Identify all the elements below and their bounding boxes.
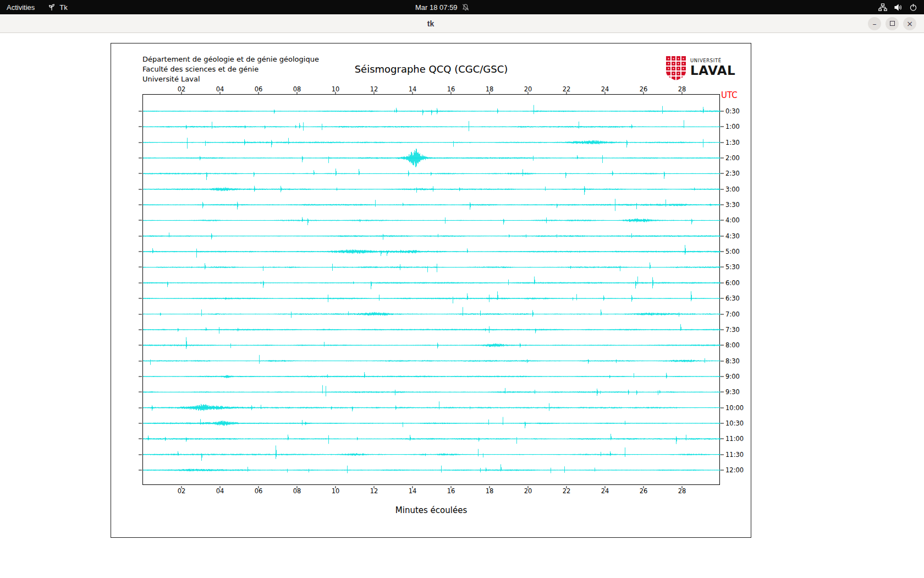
time-label: 0:30 xyxy=(725,107,740,115)
right-tick-mark xyxy=(721,361,724,361)
time-label: 9:30 xyxy=(725,388,740,396)
window-title: tk xyxy=(427,19,434,28)
left-tick-mark xyxy=(139,329,142,330)
left-tick-mark xyxy=(139,298,142,299)
left-tick-mark xyxy=(139,205,142,205)
seismograph-panel: Département de géologie et de génie géol… xyxy=(111,43,751,538)
maximize-icon xyxy=(890,21,895,26)
time-label: 2:00 xyxy=(725,154,740,162)
time-label: 1:00 xyxy=(725,123,740,130)
time-label: 9:00 xyxy=(725,373,740,380)
right-tick-mark xyxy=(721,173,724,174)
left-tick-mark xyxy=(139,173,142,174)
minimize-button[interactable]: – xyxy=(868,17,881,30)
left-tick-mark xyxy=(139,454,142,455)
time-label: 4:00 xyxy=(725,216,740,224)
close-button[interactable]: × xyxy=(903,17,916,30)
topbar-center: Mar 18 07:59 xyxy=(409,0,476,14)
chart-title: Séismographe QCQ (CGC/GSC) xyxy=(355,63,508,75)
topbar-left: Activities Tk xyxy=(0,0,74,14)
left-tick-mark xyxy=(139,470,142,471)
right-tick-mark xyxy=(721,423,724,423)
x-tick-mark-top xyxy=(374,92,375,94)
left-tick-mark xyxy=(139,236,142,236)
left-tick-mark xyxy=(139,142,142,143)
time-label: 5:30 xyxy=(725,263,740,271)
x-tick-mark-bottom xyxy=(220,486,221,488)
header-line-3: Université Laval xyxy=(142,74,319,84)
right-tick-mark xyxy=(721,252,724,252)
window-titlebar[interactable]: tk – × xyxy=(0,14,924,33)
x-tick-mark-top xyxy=(566,92,567,94)
x-tick-mark-bottom xyxy=(490,486,490,488)
right-tick-mark xyxy=(721,189,724,189)
x-tick-mark-bottom xyxy=(413,486,413,488)
topbar-right xyxy=(872,0,924,14)
left-tick-mark xyxy=(139,282,142,283)
bell-muted-icon xyxy=(461,3,470,12)
header-line-1: Département de géologie et de génie géol… xyxy=(142,54,319,64)
utc-label: UTC xyxy=(721,90,738,100)
x-tick-mark-bottom xyxy=(682,486,683,488)
time-label: 4:30 xyxy=(725,232,740,240)
x-tick-label-bottom: 26 xyxy=(640,487,648,495)
x-tick-label-bottom: 08 xyxy=(293,487,301,495)
time-label: 3:00 xyxy=(725,186,740,193)
close-icon: × xyxy=(906,20,913,28)
left-tick-mark xyxy=(139,345,142,346)
maximize-button[interactable] xyxy=(886,17,899,30)
x-tick-mark-bottom xyxy=(644,486,644,488)
x-tick-mark-top xyxy=(451,92,452,94)
x-tick-mark-top xyxy=(182,92,182,94)
time-label: 11:00 xyxy=(725,435,744,443)
x-tick-mark-top xyxy=(528,92,529,94)
x-tick-mark-top xyxy=(297,92,298,94)
right-tick-mark xyxy=(721,407,724,408)
x-tick-label-bottom: 06 xyxy=(255,487,263,495)
clock-button[interactable]: Mar 18 07:59 xyxy=(409,0,476,14)
laval-logo-text: UNIVERSITÉ LAVAL xyxy=(690,56,735,77)
right-tick-mark xyxy=(721,127,724,127)
system-menu[interactable] xyxy=(872,0,924,14)
gnome-topbar: Activities Tk Mar 18 07:59 xyxy=(0,0,924,14)
left-tick-mark xyxy=(139,127,142,127)
right-tick-mark xyxy=(721,329,724,330)
app-indicator-label: Tk xyxy=(59,3,67,12)
right-tick-mark xyxy=(721,439,724,439)
x-tick-label-bottom: 04 xyxy=(216,487,224,495)
x-tick-mark-bottom xyxy=(451,486,452,488)
x-tick-mark-top xyxy=(413,92,413,94)
time-label: 8:00 xyxy=(725,341,740,349)
left-tick-mark xyxy=(139,361,142,361)
header-line-2: Faculté des sciences et de génie xyxy=(142,64,319,74)
x-tick-label-bottom: 28 xyxy=(678,487,686,495)
time-label: 6:00 xyxy=(725,279,740,287)
x-tick-mark-bottom xyxy=(605,486,606,488)
activities-button[interactable]: Activities xyxy=(0,0,41,14)
x-tick-mark-top xyxy=(336,92,336,94)
volume-icon xyxy=(894,3,903,12)
time-label: 2:30 xyxy=(725,170,740,177)
right-tick-mark xyxy=(721,345,724,346)
app-indicator[interactable]: Tk xyxy=(41,0,74,14)
right-tick-mark xyxy=(721,314,724,314)
clock-label: Mar 18 07:59 xyxy=(415,3,458,12)
laval-logo-universite: UNIVERSITÉ xyxy=(690,58,735,63)
right-tick-mark xyxy=(721,220,724,221)
x-tick-mark-bottom xyxy=(182,486,182,488)
x-tick-mark-bottom xyxy=(258,486,259,488)
x-axis-title: Minutes écoulées xyxy=(395,505,467,515)
x-tick-mark-bottom xyxy=(374,486,375,488)
left-tick-mark xyxy=(139,407,142,408)
x-tick-label-bottom: 12 xyxy=(370,487,378,495)
time-label: 6:30 xyxy=(725,295,740,302)
right-tick-mark xyxy=(721,142,724,143)
x-tick-mark-bottom xyxy=(297,486,298,488)
network-icon xyxy=(878,3,887,12)
right-tick-mark xyxy=(721,205,724,205)
right-tick-mark xyxy=(721,267,724,268)
time-label: 10:30 xyxy=(725,419,744,427)
left-tick-mark xyxy=(139,423,142,423)
x-tick-label-bottom: 16 xyxy=(447,487,455,495)
x-tick-mark-top xyxy=(490,92,490,94)
